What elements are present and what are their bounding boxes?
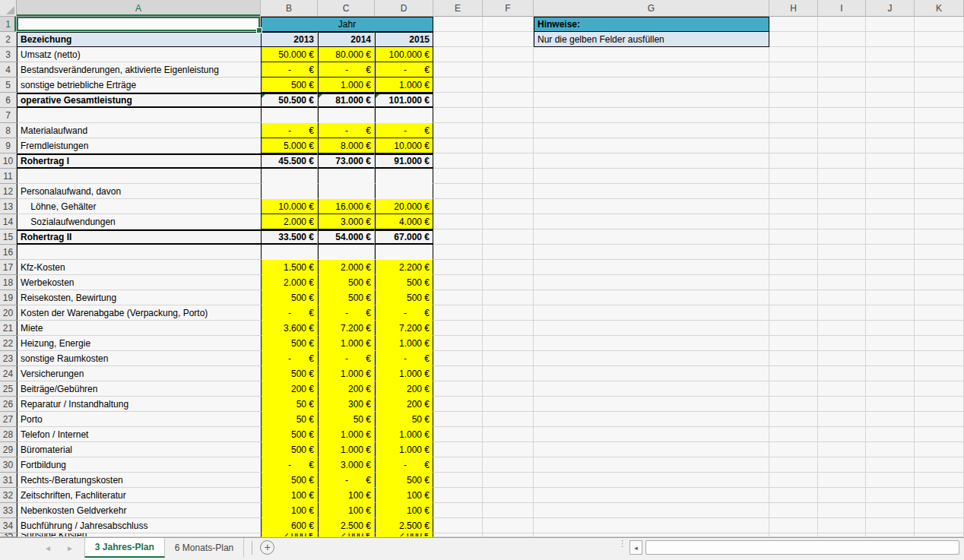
value-cell[interactable]: 200 € <box>375 397 433 412</box>
cell-empty[interactable] <box>915 93 964 108</box>
row-header-24[interactable]: 24 <box>0 366 17 381</box>
cell-empty[interactable] <box>818 366 866 381</box>
value-cell[interactable]: 100 € <box>318 488 375 503</box>
cell-empty[interactable] <box>769 47 818 62</box>
cell-empty[interactable] <box>866 17 915 32</box>
row-label[interactable]: Versicherungen <box>17 366 261 381</box>
value-cell[interactable]: 10.000 € <box>261 199 318 214</box>
cell-empty[interactable] <box>534 397 769 412</box>
cell-empty[interactable] <box>769 427 818 442</box>
cell-empty[interactable] <box>818 381 866 397</box>
value-cell[interactable]: 50.000 € <box>261 47 318 62</box>
cell-empty[interactable] <box>534 457 769 473</box>
cell-empty[interactable] <box>769 442 818 457</box>
cell-empty[interactable] <box>915 260 964 275</box>
value-cell[interactable]: 500 € <box>261 473 318 488</box>
cell-empty[interactable] <box>915 184 964 199</box>
cell-empty[interactable] <box>915 518 964 533</box>
cell-empty[interactable] <box>866 153 915 169</box>
cell-empty[interactable] <box>769 214 818 229</box>
value-cell[interactable]: 2.000 € <box>318 260 375 275</box>
cell-empty[interactable] <box>818 245 866 260</box>
cell-empty[interactable] <box>483 366 534 381</box>
value-cell[interactable]: 100 € <box>318 503 375 518</box>
cell-empty[interactable] <box>866 351 915 366</box>
cell-empty[interactable] <box>534 214 769 229</box>
cell-empty[interactable] <box>433 305 483 321</box>
cell-empty[interactable] <box>483 336 534 351</box>
row-label[interactable]: Sozialaufwendungen <box>17 214 261 229</box>
cell-empty[interactable] <box>915 412 964 427</box>
prev-sheet-icon[interactable]: ◄ <box>44 544 52 552</box>
cell-empty[interactable] <box>915 47 964 62</box>
cell-empty[interactable] <box>818 229 866 245</box>
cell-empty[interactable] <box>483 78 534 93</box>
cell-empty[interactable] <box>534 427 769 442</box>
tab-6-monats-plan[interactable]: 6 Monats-Plan <box>165 538 244 558</box>
cell-empty[interactable] <box>433 214 483 229</box>
cell-empty[interactable] <box>818 47 866 62</box>
row-label[interactable]: Fortbildung <box>17 457 261 473</box>
cell-empty[interactable] <box>433 47 483 62</box>
value-cell[interactable]: 2.500 € <box>375 518 433 533</box>
cell-empty[interactable] <box>769 503 818 518</box>
cell-a1-selected[interactable] <box>17 17 261 32</box>
cell-empty[interactable] <box>534 321 769 336</box>
cell-empty[interactable] <box>483 184 534 199</box>
value-cell[interactable]: 1.000 € <box>318 442 375 457</box>
cell-empty[interactable] <box>534 138 769 153</box>
row-label[interactable]: Rechts-/Beratungskosten <box>17 473 261 488</box>
cell-empty[interactable] <box>769 321 818 336</box>
cell-empty[interactable] <box>483 412 534 427</box>
year-header-cell[interactable]: 2013 <box>261 32 318 47</box>
cell-empty[interactable] <box>818 503 866 518</box>
cell-empty[interactable] <box>866 169 915 184</box>
bezeichnung-header-cell[interactable]: Bezeichung <box>17 32 261 47</box>
cell-empty[interactable] <box>866 336 915 351</box>
value-cell[interactable]: 91.000 € <box>375 153 433 169</box>
value-cell[interactable]: 20.000 € <box>375 199 433 214</box>
cell-empty[interactable] <box>818 305 866 321</box>
row-label[interactable]: Bestandsveränderungen, aktivierte Eigenl… <box>17 62 261 78</box>
cell-empty[interactable] <box>433 62 483 78</box>
cell-empty[interactable] <box>866 427 915 442</box>
cell-empty[interactable] <box>769 184 818 199</box>
cell-empty[interactable] <box>818 275 866 290</box>
cell-empty[interactable] <box>534 169 769 184</box>
value-cell[interactable] <box>261 169 318 184</box>
cell-empty[interactable] <box>866 260 915 275</box>
cell-empty[interactable] <box>915 488 964 503</box>
cell-empty[interactable] <box>483 351 534 366</box>
cell-empty[interactable] <box>433 336 483 351</box>
row-label[interactable]: Rohertrag II <box>17 229 261 245</box>
value-cell[interactable]: 500 € <box>261 366 318 381</box>
cell-empty[interactable] <box>818 199 866 214</box>
cell-empty[interactable] <box>433 78 483 93</box>
value-cell[interactable]: 1.000 € <box>375 336 433 351</box>
cell-empty[interactable] <box>483 260 534 275</box>
value-cell[interactable]: 100 € <box>375 503 433 518</box>
value-cell[interactable] <box>375 108 433 123</box>
hscroll-thumb[interactable] <box>645 540 959 555</box>
cell-empty[interactable] <box>866 245 915 260</box>
row-label[interactable]: Kosten der Warenabgabe (Verpackung, Port… <box>17 305 261 321</box>
row-label[interactable]: Personalaufwand, davon <box>17 184 261 199</box>
row-header-3[interactable]: 3 <box>0 47 17 62</box>
cell-empty[interactable] <box>866 397 915 412</box>
row-header-31[interactable]: 31 <box>0 473 17 488</box>
cell-empty[interactable] <box>483 503 534 518</box>
cell-empty[interactable] <box>483 108 534 123</box>
cell-empty[interactable] <box>534 78 769 93</box>
cell-f1[interactable] <box>483 17 534 32</box>
cell-empty[interactable] <box>483 245 534 260</box>
cell-empty[interactable] <box>769 78 818 93</box>
cell-empty[interactable] <box>818 32 866 47</box>
cell-empty[interactable] <box>818 321 866 336</box>
cell-empty[interactable] <box>818 123 866 138</box>
value-cell[interactable] <box>375 169 433 184</box>
cell-empty[interactable] <box>433 153 483 169</box>
cell-empty[interactable] <box>866 47 915 62</box>
cell-empty[interactable] <box>915 366 964 381</box>
row-label[interactable]: Rohertrag I <box>17 153 261 169</box>
value-cell[interactable]: 2.200 € <box>375 260 433 275</box>
